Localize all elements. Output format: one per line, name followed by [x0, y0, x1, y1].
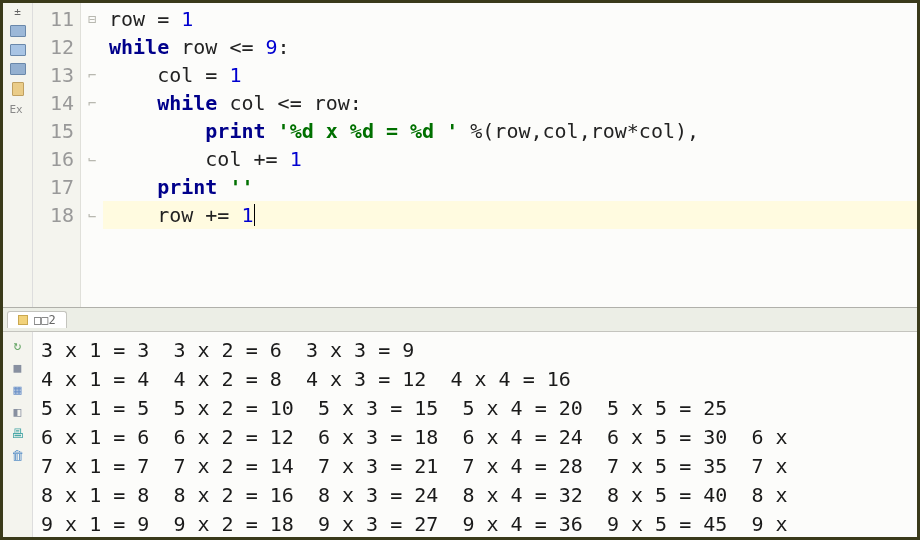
text-token [266, 119, 278, 143]
number-token: 1 [290, 147, 302, 171]
text-token: : [278, 35, 290, 59]
text-token [217, 175, 229, 199]
ide-frame: ± Ex 1112131415161718 ⊟⌐⌐⌙⌙ row = 1while… [0, 0, 920, 540]
text-token: row = [109, 7, 181, 31]
code-line[interactable]: while row <= 9: [103, 33, 917, 61]
line-number: 17 [33, 173, 74, 201]
structure-icon[interactable] [10, 63, 26, 75]
fold-gutter: ⊟⌐⌐⌙⌙ [81, 3, 103, 307]
favorites-icon[interactable] [12, 82, 24, 96]
fold-marker-icon[interactable]: ⌙ [81, 201, 103, 229]
line-number: 11 [33, 5, 74, 33]
line-number: 15 [33, 117, 74, 145]
code-line[interactable]: row += 1 [103, 201, 917, 229]
tab-swatch-icon [18, 315, 28, 325]
print-icon[interactable]: 🖶 [11, 426, 25, 440]
line-number: 12 [33, 33, 74, 61]
fold-marker-icon[interactable]: ⌙ [81, 145, 103, 173]
code-line[interactable]: while col <= row: [103, 89, 917, 117]
pin-icon[interactable]: ◧ [11, 404, 25, 418]
fold-marker-icon[interactable]: ⌐ [81, 61, 103, 89]
text-token [109, 91, 157, 115]
rerun-icon[interactable]: ↻ [11, 338, 25, 352]
console-line: 6 x 1 = 6 6 x 2 = 12 6 x 3 = 18 6 x 4 = … [41, 423, 909, 452]
line-number: 16 [33, 145, 74, 173]
file-icon[interactable] [10, 44, 26, 56]
fold-marker-icon[interactable]: ⌐ [81, 89, 103, 117]
keyword-token: while [157, 91, 217, 115]
plus-minus-icon[interactable]: ± [14, 5, 21, 18]
console-line: 4 x 1 = 4 4 x 2 = 8 4 x 3 = 12 4 x 4 = 1… [41, 365, 909, 394]
code-line[interactable]: col += 1 [103, 145, 917, 173]
console-line: 3 x 1 = 3 3 x 2 = 6 3 x 3 = 9 [41, 336, 909, 365]
editor-pane: ± Ex 1112131415161718 ⊟⌐⌐⌙⌙ row = 1while… [3, 3, 917, 308]
text-token: row <= [169, 35, 265, 59]
fold-spacer [81, 117, 103, 145]
text-token: %(row,col,row*col), [458, 119, 699, 143]
console-line: 5 x 1 = 5 5 x 2 = 10 5 x 3 = 15 5 x 4 = … [41, 394, 909, 423]
code-line[interactable]: print '' [103, 173, 917, 201]
text-token: col += [109, 147, 290, 171]
line-number-gutter: 1112131415161718 [33, 3, 81, 307]
number-token: 1 [229, 63, 241, 87]
text-token: col = [109, 63, 229, 87]
text-token [109, 175, 157, 199]
keyword-token: while [109, 35, 169, 59]
text-token: col <= row: [217, 91, 362, 115]
number-token: 9 [266, 35, 278, 59]
external-label: Ex [10, 103, 26, 115]
code-line[interactable]: col = 1 [103, 61, 917, 89]
string-token: '%d x %d = %d ' [278, 119, 459, 143]
text-token: row += [109, 203, 241, 227]
code-line[interactable]: row = 1 [103, 5, 917, 33]
console-pane: ↻ ■ ▦ ◧ 🖶 🗑 3 x 1 = 3 3 x 2 = 6 3 x 3 = … [3, 332, 917, 537]
string-token: '' [229, 175, 253, 199]
code-editor[interactable]: row = 1while row <= 9: col = 1 while col… [103, 3, 917, 307]
fold-marker-icon[interactable]: ⊟ [81, 5, 103, 33]
line-number: 18 [33, 201, 74, 229]
console-line: 9 x 1 = 9 9 x 2 = 18 9 x 3 = 27 9 x 4 = … [41, 510, 909, 537]
text-caret [254, 204, 255, 226]
number-token: 1 [241, 203, 253, 227]
trash-icon[interactable]: 🗑 [11, 448, 25, 462]
fold-spacer [81, 33, 103, 61]
run-tab-label: □□2 [34, 313, 56, 327]
run-tab[interactable]: □□2 [7, 311, 67, 328]
console-icon-gutter: ↻ ■ ▦ ◧ 🖶 🗑 [3, 332, 33, 537]
layout-icon[interactable]: ▦ [11, 382, 25, 396]
file-icon[interactable] [10, 25, 26, 37]
editor-icon-gutter: ± Ex [3, 3, 33, 307]
keyword-token: print [157, 175, 217, 199]
run-tab-bar: □□2 [3, 308, 917, 332]
code-line[interactable]: print '%d x %d = %d ' %(row,col,row*col)… [103, 117, 917, 145]
number-token: 1 [181, 7, 193, 31]
text-token [109, 119, 205, 143]
stop-icon[interactable]: ■ [11, 360, 25, 374]
keyword-token: print [205, 119, 265, 143]
console-output[interactable]: 3 x 1 = 3 3 x 2 = 6 3 x 3 = 9 4 x 1 = 4 … [33, 332, 917, 537]
line-number: 14 [33, 89, 74, 117]
line-number: 13 [33, 61, 74, 89]
console-line: 8 x 1 = 8 8 x 2 = 16 8 x 3 = 24 8 x 4 = … [41, 481, 909, 510]
console-line: 7 x 1 = 7 7 x 2 = 14 7 x 3 = 21 7 x 4 = … [41, 452, 909, 481]
fold-spacer [81, 173, 103, 201]
